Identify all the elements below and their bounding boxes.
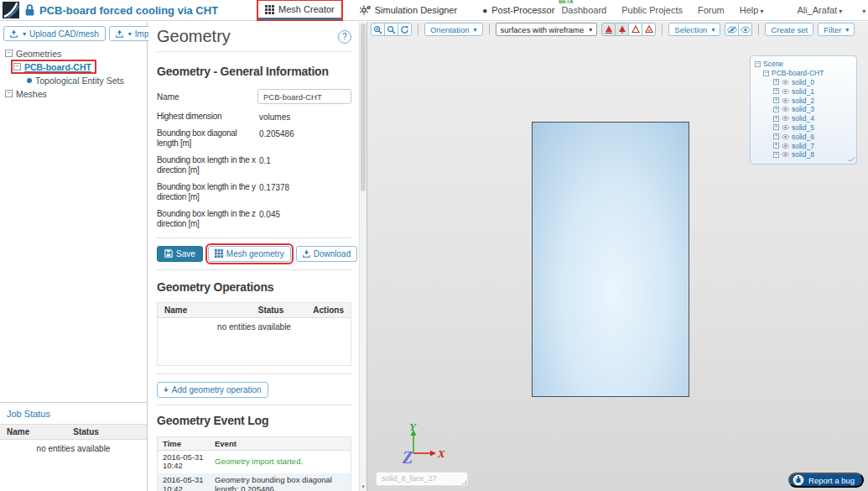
collapse-box-icon[interactable]: − xyxy=(763,71,769,76)
download-button[interactable]: Download xyxy=(296,246,357,262)
eye-icon[interactable] xyxy=(782,107,789,112)
info-row: Bounding box length in the x direction [… xyxy=(157,155,351,176)
simscale-logo-icon[interactable] xyxy=(3,2,19,18)
expand-box-icon[interactable]: + xyxy=(773,97,779,103)
eye-icon[interactable] xyxy=(782,80,789,85)
axis-z-label: Z xyxy=(402,448,413,467)
toolbar-separator xyxy=(662,24,663,35)
mesh-geometry-button[interactable]: Mesh geometry xyxy=(208,246,291,262)
resize-handle[interactable] xyxy=(462,480,466,484)
user-menu[interactable]: Ali_Arafat▾ xyxy=(797,5,842,15)
eye-icon[interactable] xyxy=(782,89,789,94)
eye-icon[interactable] xyxy=(782,152,789,157)
zoom-in-button[interactable] xyxy=(371,23,385,36)
scene-solid-node[interactable]: + solid_7 xyxy=(773,141,852,150)
collapse-box-icon[interactable]: − xyxy=(5,90,13,97)
eye-icon[interactable] xyxy=(782,98,789,103)
scene-solid-node[interactable]: + solid_6 xyxy=(773,132,852,141)
geometry-name-input[interactable] xyxy=(257,89,351,104)
scene-solid-node[interactable]: + solid_8 xyxy=(773,150,852,159)
sidebar-buttons: ▾ Upload CAD/mesh ▾ Import xyxy=(0,22,147,45)
add-geometry-operation-button[interactable]: + Add geometry operation xyxy=(157,382,268,398)
app-tabs: Mesh Creator Simulation Designer ● Post-… xyxy=(258,1,561,19)
expand-box-icon[interactable]: + xyxy=(773,152,779,158)
expand-box-icon[interactable]: + xyxy=(773,79,779,85)
scene-solid-node[interactable]: + solid_2 xyxy=(773,96,852,105)
event-time: 2016-05-31 10:42 xyxy=(163,453,215,472)
solid-label: solid_0 xyxy=(792,78,814,86)
nav-public-projects[interactable]: Public Projects xyxy=(621,5,683,15)
app-window: PCB-board forced cooling via CHT Mesh Cr… xyxy=(0,0,868,491)
selection-dropdown[interactable]: Selection ▾ xyxy=(668,23,720,36)
orientation-dropdown[interactable]: Orientation ▾ xyxy=(424,23,483,36)
expand-box-icon[interactable]: + xyxy=(773,107,779,112)
tree-item-geometry-pcb[interactable]: − PCB-board-CHT xyxy=(13,62,94,71)
tree-item-topological-entity-sets[interactable]: Topological Entity Sets xyxy=(27,76,147,85)
cone-outline-toggle-1[interactable] xyxy=(628,23,642,36)
scene-solid-node[interactable]: + solid_1 xyxy=(773,86,852,96)
selection-name-box[interactable]: solid_8_face_27 xyxy=(376,472,468,486)
nav-forum[interactable]: Forum xyxy=(698,5,725,15)
job-status-title: Job Status xyxy=(0,403,147,424)
show-selection-button[interactable] xyxy=(738,23,752,36)
scene-solid-node[interactable]: + solid_0 xyxy=(773,78,852,87)
eye-icon[interactable] xyxy=(782,116,789,121)
eye-icon[interactable] xyxy=(782,134,789,139)
expand-box-icon[interactable]: + xyxy=(773,133,779,139)
column-header: Status xyxy=(73,427,99,436)
hide-selection-button[interactable] xyxy=(725,23,739,36)
expand-box-icon[interactable]: + xyxy=(773,88,779,94)
red-cone-outline-icon xyxy=(632,25,640,34)
zoom-fit-button[interactable] xyxy=(384,23,398,36)
tree-item-geometries[interactable]: − Geometries xyxy=(5,49,147,58)
tab-label: Mesh Creator xyxy=(278,4,335,14)
tab-mesh-creator[interactable]: Mesh Creator xyxy=(258,1,341,19)
extra-menu[interactable]: ▾ xyxy=(860,5,865,15)
collapse-box-icon[interactable]: − xyxy=(755,61,761,67)
cone-solid-toggle-2[interactable] xyxy=(615,23,629,36)
collapse-box-icon[interactable]: − xyxy=(13,63,21,71)
eye-icon[interactable] xyxy=(782,125,789,130)
cone-outline-toggle-2[interactable] xyxy=(642,23,656,36)
panel-scrollbar[interactable]: ▾ xyxy=(359,22,366,491)
scene-geometry-node[interactable]: − PCB-board-CHT xyxy=(763,69,852,78)
tab-post-processor[interactable]: ● Post-Processor BETA xyxy=(476,2,561,18)
scene-root-node[interactable]: − Scene xyxy=(755,60,852,69)
expand-box-icon[interactable]: + xyxy=(773,124,779,130)
render-mode-select[interactable]: surfaces with wireframe ▾ xyxy=(496,23,598,36)
upload-cad-button[interactable]: ▾ Upload CAD/mesh xyxy=(3,26,106,41)
tree-item-meshes[interactable]: − Meshes xyxy=(5,89,147,98)
scrollbar-thumb[interactable] xyxy=(361,24,366,191)
save-icon xyxy=(164,249,173,258)
eye-icon[interactable] xyxy=(782,144,789,149)
event-log-header: Time Event xyxy=(158,437,351,451)
toolbar-separator xyxy=(758,24,759,35)
scene-solid-node[interactable]: + solid_5 xyxy=(773,123,852,133)
create-set-button[interactable]: Create set xyxy=(765,23,813,36)
filter-dropdown[interactable]: Filter ▾ xyxy=(818,23,855,36)
tab-simulation-designer[interactable]: Simulation Designer xyxy=(353,2,464,18)
caret-down-icon: ▾ xyxy=(128,30,132,38)
expand-box-icon[interactable]: + xyxy=(773,143,779,149)
caret-down-icon: ▾ xyxy=(862,8,865,15)
save-button[interactable]: Save xyxy=(157,246,203,262)
scene-solid-node[interactable]: + solid_3 xyxy=(773,105,852,114)
field-value: 0.1 xyxy=(259,155,271,176)
scrollbar-down-arrow[interactable]: ▾ xyxy=(360,483,366,490)
scene-solid-node[interactable]: + solid_4 xyxy=(773,114,852,123)
solid-label: solid_4 xyxy=(792,114,814,123)
collapse-box-icon[interactable]: − xyxy=(5,50,13,57)
divider xyxy=(157,373,351,374)
report-bug-button[interactable]: Report a bug xyxy=(788,473,864,488)
expand-box-icon[interactable]: + xyxy=(773,116,779,122)
event-time: 2016-05-31 10:42 xyxy=(163,476,215,491)
geometry-pcb-board[interactable] xyxy=(532,122,689,397)
viewport-3d[interactable]: Orientation ▾ surfaces with wireframe ▾ xyxy=(367,22,868,491)
cone-solid-toggle-1[interactable] xyxy=(601,23,616,36)
nav-help-dropdown[interactable]: Help▾ xyxy=(740,5,764,15)
refresh-view-button[interactable] xyxy=(398,23,412,36)
nav-dashboard[interactable]: Dashboard xyxy=(561,5,606,15)
top-nav: Dashboard Public Projects Forum Help▾ Al… xyxy=(561,5,868,15)
help-button[interactable]: ? xyxy=(338,30,351,44)
event-text: Geometry bounding box diagonal length: 0… xyxy=(215,476,346,491)
